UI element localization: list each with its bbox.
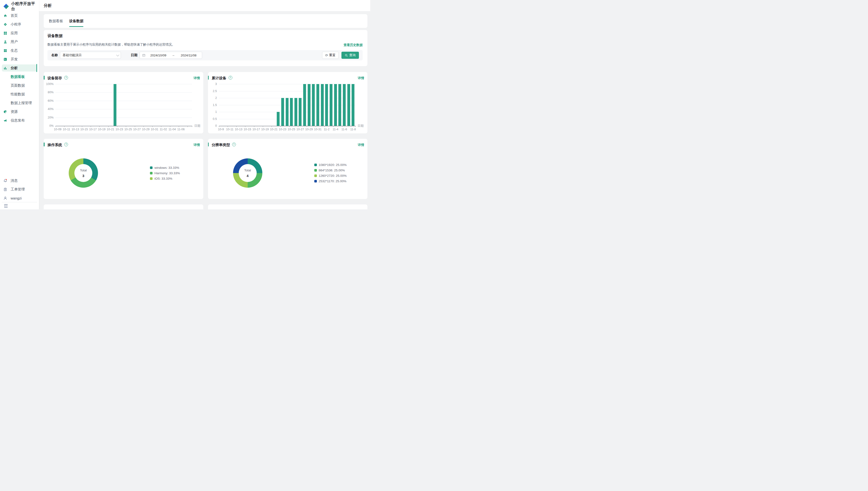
sidebar-subitem-performance-data[interactable]: 性能数据 (2, 91, 37, 98)
tab-data-dashboard[interactable]: 数据看板 (49, 14, 63, 28)
x-axis-tick-label: 10-21 (107, 128, 114, 131)
platform-logo: 小程序开放平台 (0, 0, 39, 10)
card-description: 数据看板主要用于展示小程序与应用的相关统计数据，帮助您快速了解小程序的运营情况。 (48, 42, 363, 47)
page-title: 分析 (44, 3, 52, 8)
sidebar-item-info-publish[interactable]: 信息发布 (2, 117, 37, 124)
bar (303, 84, 306, 126)
help-icon[interactable]: ? (229, 76, 232, 80)
x-axis-tick (73, 126, 74, 127)
legend-item[interactable]: 2532*1170: 25.00% (314, 179, 347, 183)
bar (308, 84, 311, 126)
detail-link[interactable]: 详情 (194, 76, 200, 80)
view-history-link[interactable]: 查看历史数据 (344, 43, 363, 47)
y-axis-tick-label: 20% (48, 116, 54, 119)
collapse-sidebar-icon[interactable] (4, 203, 8, 208)
x-axis-tick-label: 11-2 (324, 128, 329, 131)
main-area: 分析 数据看板 设备数据 设备数据 数据看板主要用于展示小程序与应用的相关统计数… (39, 0, 370, 209)
detail-link[interactable]: 详情 (358, 76, 364, 80)
legend-swatch (314, 180, 317, 182)
sidebar-item-miniprogram[interactable]: 小程序 (2, 21, 37, 28)
x-axis-tick (281, 126, 281, 127)
title-accent-bar (44, 76, 45, 80)
legend-item[interactable]: Harmony: 33.33% (150, 171, 180, 175)
x-axis-tick (316, 126, 316, 127)
sidebar-subitem-data-dashboard[interactable]: 数据看板 (2, 73, 37, 80)
refresh-icon: ⟳ (325, 53, 328, 57)
chart-title: 累计设备 (212, 76, 227, 81)
query-button[interactable]: 查询 (342, 52, 359, 59)
y-axis-tick-label: 2 (215, 96, 217, 99)
grid-icon (4, 31, 7, 35)
reset-button[interactable]: ⟳ 重置 (322, 52, 339, 59)
y-axis-tick-label: 60% (48, 99, 54, 103)
sidebar-subitem-page-data[interactable]: 页面数据 (2, 82, 37, 89)
date-filter-label: 日期 (131, 53, 138, 57)
name-select[interactable]: 基础功能演示 (60, 52, 121, 59)
sidebar-item-messages[interactable]: 消息 (2, 177, 37, 184)
bar (312, 84, 315, 126)
legend-swatch (150, 172, 152, 174)
x-axis-tick-label: 10-19 (261, 128, 269, 131)
tab-device-data[interactable]: 设备数据 (69, 14, 83, 28)
y-axis-tick-label: 1 (215, 110, 217, 114)
gridline (56, 84, 192, 84)
date-end-value[interactable]: 2024/11/08 (178, 54, 200, 57)
y-axis-tick-label: 2.5 (213, 89, 217, 93)
sidebar-item-account[interactable]: wangzi (2, 195, 37, 202)
legend-item[interactable]: 1260*2720: 25.00% (314, 174, 347, 177)
sidebar-subitem-data-report-mgmt[interactable]: 数据上报管理 (2, 99, 37, 107)
x-axis-tick-label: 11-02 (160, 128, 167, 131)
sidebar-item-develop[interactable]: 开发 (2, 56, 37, 63)
date-separator: – (173, 54, 174, 57)
legend-item[interactable]: 1080*1920: 25.00% (314, 163, 347, 167)
help-icon[interactable]: ? (64, 76, 68, 80)
os-distribution-card: 操作系统 ? 详情 Total 3 windows: 33.33%Harmony… (44, 139, 203, 199)
bar (352, 84, 354, 126)
sidebar-item-home[interactable]: 首页 (2, 12, 37, 19)
sidebar-item-apps[interactable]: 应用 (2, 30, 37, 36)
detail-link[interactable]: 详情 (194, 143, 200, 147)
legend-item[interactable]: windows: 33.33% (150, 166, 180, 170)
os-legend: windows: 33.33%Harmony: 33.33%iOS: 33.33… (150, 158, 180, 187)
content-area: 数据看板 设备数据 设备数据 数据看板主要用于展示小程序与应用的相关统计数据，帮… (39, 11, 370, 209)
x-axis-tick (126, 126, 126, 127)
sidebar-nav: 首页 小程序 应用 用户 (0, 10, 39, 124)
legend-label: iOS: 33.33% (154, 177, 172, 180)
sidebar-item-work-orders[interactable]: 工单管理 (2, 186, 37, 193)
legend-swatch (314, 174, 317, 177)
title-accent-bar (44, 143, 45, 146)
legend-item[interactable]: iOS: 33.33% (150, 177, 180, 180)
x-axis-tick-label: 10-13 (71, 128, 79, 131)
card-title: 设备数据 (48, 33, 363, 38)
legend-item[interactable]: 864*1536: 25.00% (314, 169, 347, 172)
sidebar-item-analysis[interactable]: 分析 (2, 64, 37, 71)
bar (114, 84, 116, 126)
help-icon[interactable]: ? (64, 143, 68, 146)
bar (316, 84, 319, 126)
x-axis-tick-label: 10-09 (54, 128, 61, 131)
date-start-value[interactable]: 2024/10/09 (147, 54, 169, 57)
sidebar-item-resources[interactable]: 资源 (2, 108, 37, 115)
bar (286, 98, 289, 126)
y-axis-tick-label: 1.5 (213, 104, 217, 107)
active-indicator (36, 64, 37, 72)
y-axis-tick-label: 0.5 (213, 117, 217, 121)
bar (290, 98, 293, 126)
date-range-input[interactable]: 2024/10/09 – 2024/11/08 (140, 52, 202, 59)
x-axis-tick-label: 10-17 (89, 128, 96, 131)
x-axis-tick-label: 10-15 (80, 128, 88, 131)
x-axis-tick (263, 126, 263, 127)
x-axis-tick (355, 126, 356, 127)
search-icon (345, 54, 348, 57)
sidebar-item-ecosystem[interactable]: 生态 (2, 47, 37, 54)
detail-link[interactable]: 详情 (358, 143, 364, 147)
sidebar-item-users[interactable]: 用户 (2, 38, 37, 45)
account-icon (4, 196, 7, 200)
x-axis-tick (236, 126, 237, 127)
x-axis-tick-label: 10-11 (226, 128, 234, 131)
help-icon[interactable]: ? (232, 143, 236, 146)
x-axis-tick (219, 126, 219, 127)
x-axis-tick-label: 10-27 (133, 128, 141, 131)
resolution-legend: 1080*1920: 25.00%864*1536: 25.00%1260*27… (314, 158, 347, 187)
chart-title: 设备留存 (48, 76, 62, 81)
